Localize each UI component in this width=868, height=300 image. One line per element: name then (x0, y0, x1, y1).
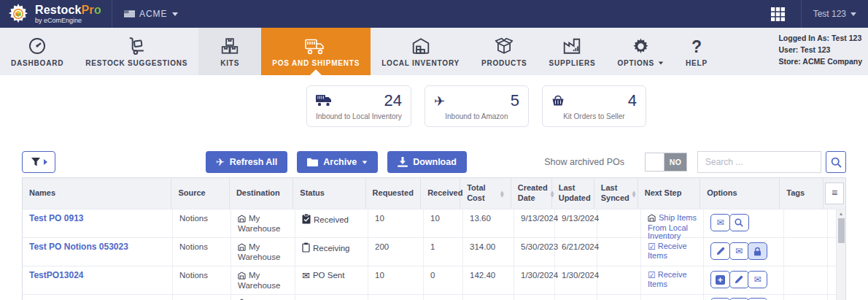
expand-arrow-icon (44, 159, 47, 165)
destination-cell: My Warehouse (231, 209, 295, 237)
toggle-state: NO (664, 153, 686, 171)
plus-square-icon (716, 275, 725, 285)
col-last-synced[interactable]: Last Synced▲▼ (594, 178, 638, 209)
card-inbound-local[interactable]: 24 Inbound to Local Inventory (306, 85, 411, 127)
factory-icon (562, 36, 581, 55)
col-names[interactable]: Names (23, 178, 171, 209)
edit-button[interactable] (710, 242, 730, 260)
col-created-date[interactable]: Created Date▲▼ (511, 178, 552, 209)
envelope-icon: ✉ (302, 270, 310, 281)
search-button[interactable] (826, 151, 846, 173)
dashboard-icon (28, 36, 47, 55)
question-mark-icon: ? (691, 36, 702, 55)
warehouse-icon (238, 215, 246, 224)
grid-icon (771, 7, 785, 21)
lock-icon (753, 247, 762, 256)
edit-button[interactable] (729, 271, 749, 288)
po-name-link[interactable]: Test PO 0913 (29, 213, 83, 223)
main-nav: DASHBOARD RESTOCK SUGGESTIONS KITS POS A… (0, 28, 868, 75)
lock-button[interactable] (748, 242, 767, 260)
email-button[interactable]: ✉ (748, 271, 767, 288)
col-tags[interactable]: Tags (780, 178, 824, 209)
tags-cell (784, 209, 828, 237)
clipboard-icon (302, 242, 310, 254)
email-button[interactable]: ✉ (729, 242, 749, 260)
open-box-icon (495, 36, 514, 55)
refresh-all-button[interactable]: ✈ Refresh All (206, 151, 287, 173)
nav-restock-suggestions[interactable]: RESTOCK SUGGESTIONS (74, 28, 198, 75)
stat-label: Kit Orders to Seller (551, 112, 637, 120)
filter-button[interactable] (22, 151, 55, 173)
card-kit-orders[interactable]: 4 Kit Orders to Seller (542, 85, 646, 127)
apps-grid-button[interactable] (755, 0, 801, 28)
po-table: Names Source Destination Status Requeste… (22, 177, 846, 300)
card-inbound-amazon[interactable]: ✈ 5 Inbound to Amazon (425, 85, 529, 127)
destination-cell: My Warehouse (231, 266, 295, 294)
user-menu[interactable]: Test 123 (802, 9, 868, 19)
view-button[interactable] (729, 214, 749, 231)
col-source[interactable]: Source (171, 178, 229, 209)
warehouse-icon (238, 272, 246, 281)
column-menu-button[interactable]: ≡ (825, 182, 844, 204)
col-last-updated[interactable]: Last Updated (552, 178, 594, 209)
search-input[interactable] (697, 151, 821, 173)
boxes-icon (220, 36, 239, 55)
sort-icon: ▲▼ (632, 190, 636, 197)
pencil-icon (735, 275, 743, 284)
envelope-icon: ✉ (735, 247, 743, 255)
sort-icon: ▲▼ (500, 190, 504, 197)
source-cell: Notions (173, 266, 231, 294)
table-row: Test PO 0913 Notions My Warehouse Receiv… (23, 209, 845, 237)
envelope-icon: ✉ (716, 218, 724, 227)
nav-pos-and-shipments[interactable]: POS AND SHIPMENTS (261, 28, 371, 75)
tags-cell (784, 266, 828, 294)
table-row: Test PO Notions 053023 Notions My Wareho… (23, 237, 845, 266)
col-next-step[interactable]: Next Step (638, 178, 700, 209)
stat-value: 5 (511, 91, 519, 110)
po-name-link[interactable]: TestPO13024 (29, 270, 84, 280)
download-button[interactable]: Download (387, 151, 467, 173)
gear-logo-icon (7, 3, 29, 25)
col-status[interactable]: Status (293, 178, 365, 209)
warehouse-icon (238, 243, 246, 253)
magnifier-icon (831, 157, 842, 168)
nav-local-inventory[interactable]: LOCAL INVENTORY (371, 28, 470, 75)
col-total-cost[interactable]: Total Cost▲▼ (460, 178, 511, 209)
scroll-up-arrow-icon[interactable]: ▲ (837, 209, 845, 218)
flag-icon (124, 10, 135, 18)
table-row: TestPO13024 Notions My Warehouse ✉PO Sen… (23, 266, 845, 294)
app-logo: RestockPro by eComEngine (0, 0, 112, 28)
col-requested[interactable]: Requested (366, 178, 422, 209)
po-name-link[interactable]: Test PO Notions 053023 (29, 242, 128, 252)
account-switcher[interactable]: ACME (112, 9, 190, 19)
folder-icon (307, 158, 318, 166)
table-header: Names Source Destination Status Requeste… (23, 178, 845, 209)
gear-icon (632, 36, 650, 55)
col-destination[interactable]: Destination (230, 178, 293, 209)
stat-label: Inbound to Amazon (434, 112, 519, 120)
nav-help[interactable]: ? HELP (675, 28, 718, 75)
login-info: Logged In As: Test 123 User: Test 123 St… (778, 33, 862, 67)
brand-text: RestockPro by eComEngine (35, 4, 101, 24)
col-received[interactable]: Received (421, 178, 460, 209)
po-toolbar: ✈ Refresh All Archive Download Show arch… (22, 151, 846, 173)
table-scrollbar[interactable]: ▲ (836, 209, 845, 300)
nav-kits[interactable]: KITS (198, 28, 261, 75)
archive-button[interactable]: Archive (297, 151, 378, 173)
email-button[interactable]: ✉ (710, 214, 730, 231)
nav-products[interactable]: PRODUCTS (470, 28, 538, 75)
scrollbar-thumb[interactable] (838, 218, 845, 243)
nav-options[interactable]: OPTIONS (606, 28, 675, 75)
clipboard-check-icon (302, 214, 311, 226)
nav-suppliers[interactable]: SUPPLIERS (538, 28, 607, 75)
download-icon (398, 157, 408, 167)
show-archived-label: Show archived POs (544, 157, 624, 167)
tags-cell (784, 238, 828, 266)
nav-dashboard[interactable]: DASHBOARD (0, 28, 74, 75)
add-button[interactable] (710, 271, 730, 288)
warehouse-icon (648, 214, 656, 224)
source-cell: Notions (173, 238, 231, 266)
summary-cards: 24 Inbound to Local Inventory ✈ 5 Inboun… (306, 85, 868, 127)
show-archived-toggle[interactable]: NO (645, 153, 687, 172)
col-options[interactable]: Options (700, 178, 780, 209)
